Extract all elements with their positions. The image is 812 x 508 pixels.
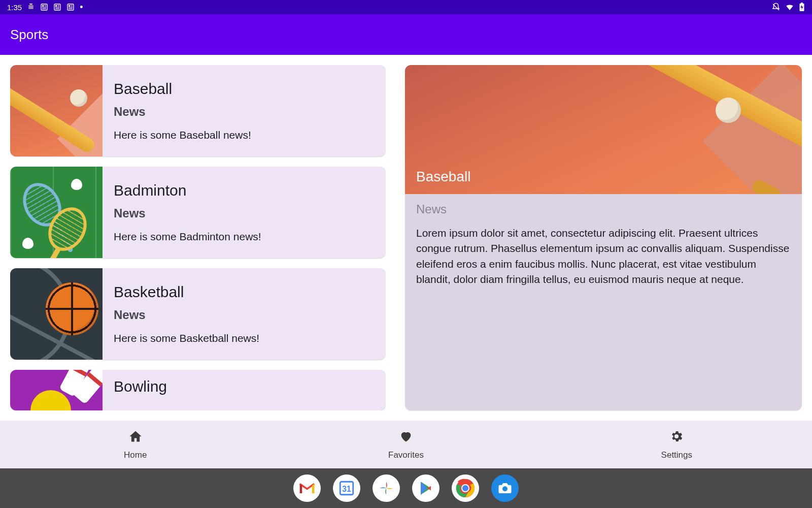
detail-body-text: Lorem ipsum dolor sit amet, consectetur … xyxy=(416,226,791,288)
wifi-icon xyxy=(785,3,795,12)
svg-rect-15 xyxy=(71,6,73,7)
heart-icon xyxy=(399,429,413,446)
svg-rect-13 xyxy=(69,5,70,7)
gmail-app-icon[interactable] xyxy=(293,474,321,502)
nav-home[interactable]: Home xyxy=(0,421,270,468)
svg-rect-4 xyxy=(42,8,46,8)
list-item[interactable]: Badminton News Here is some Badminton ne… xyxy=(10,167,386,258)
system-dock: 31 xyxy=(0,468,812,508)
list-item[interactable]: Baseball News Here is some Baseball news… xyxy=(10,65,386,156)
content-area: Baseball News Here is some Baseball news… xyxy=(0,55,812,421)
card-title: Baseball xyxy=(114,80,251,98)
svg-rect-9 xyxy=(58,6,59,7)
nav-label: Favorites xyxy=(388,450,424,460)
card-snippet: Here is some Baseball news! xyxy=(114,129,251,141)
card-subtitle: News xyxy=(114,105,251,119)
status-time: 1:35 xyxy=(7,3,22,12)
app-bar: Sports xyxy=(0,14,812,55)
svg-rect-7 xyxy=(55,5,57,7)
news-icon xyxy=(53,3,61,11)
svg-rect-16 xyxy=(69,8,73,8)
detail-subtitle: News xyxy=(416,202,791,216)
svg-rect-1 xyxy=(42,5,44,7)
chrome-app-icon[interactable] xyxy=(452,474,479,502)
svg-rect-3 xyxy=(45,6,46,7)
play-store-app-icon[interactable] xyxy=(412,474,439,502)
svg-rect-17 xyxy=(69,9,73,9)
card-subtitle: News xyxy=(114,206,261,220)
card-title: Bowling xyxy=(114,378,167,395)
photos-app-icon[interactable] xyxy=(373,474,400,502)
nav-favorites[interactable]: Favorites xyxy=(270,421,541,468)
card-title: Badminton xyxy=(114,182,261,199)
svg-rect-5 xyxy=(42,9,46,9)
detail-title: Baseball xyxy=(416,169,470,185)
card-subtitle: News xyxy=(114,308,259,322)
basketball-thumbnail xyxy=(10,268,103,360)
app-title: Sports xyxy=(10,27,48,43)
svg-rect-6 xyxy=(54,4,60,10)
news-icon xyxy=(40,3,48,11)
svg-point-27 xyxy=(462,485,468,491)
mute-icon xyxy=(771,3,781,12)
debug-icon xyxy=(27,3,35,11)
svg-rect-0 xyxy=(41,4,47,10)
card-snippet: Here is some Basketball news! xyxy=(114,332,259,344)
sport-list[interactable]: Baseball News Here is some Baseball news… xyxy=(10,65,386,410)
svg-rect-2 xyxy=(45,5,46,6)
nav-label: Settings xyxy=(661,450,692,460)
camera-app-icon[interactable] xyxy=(491,474,519,502)
home-icon xyxy=(128,429,143,446)
svg-rect-14 xyxy=(71,5,73,6)
svg-rect-12 xyxy=(67,4,74,10)
svg-rect-20 xyxy=(801,3,803,4)
baseball-thumbnail xyxy=(10,65,103,156)
nav-label: Home xyxy=(124,450,147,460)
card-title: Basketball xyxy=(114,283,259,301)
svg-rect-10 xyxy=(55,8,59,8)
detail-hero: Baseball xyxy=(405,65,802,194)
gear-icon xyxy=(669,429,684,446)
svg-text:31: 31 xyxy=(342,485,351,493)
svg-point-28 xyxy=(502,486,507,491)
battery-icon xyxy=(799,3,805,12)
bowling-thumbnail xyxy=(10,370,103,410)
card-snippet: Here is some Badminton news! xyxy=(114,231,261,243)
list-item[interactable]: Basketball News Here is some Basketball … xyxy=(10,268,386,360)
news-icon xyxy=(66,3,75,11)
bottom-navigation: Home Favorites Settings xyxy=(0,421,812,468)
svg-rect-8 xyxy=(58,5,59,6)
nav-settings[interactable]: Settings xyxy=(542,421,812,468)
badminton-thumbnail xyxy=(10,167,103,258)
calendar-app-icon[interactable]: 31 xyxy=(333,474,360,502)
list-item[interactable]: Bowling xyxy=(10,370,386,410)
android-status-bar: 1:35 • xyxy=(0,0,812,14)
detail-panel: Baseball News Lorem ipsum dolor sit amet… xyxy=(405,65,802,410)
svg-rect-11 xyxy=(55,9,59,9)
